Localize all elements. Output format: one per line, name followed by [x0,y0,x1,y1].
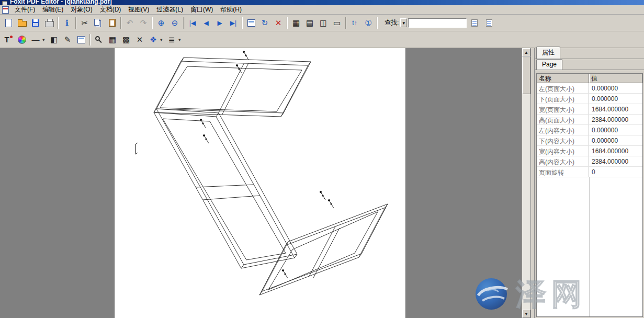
canvas-scrollbar[interactable]: ▲ ▼ [522,48,530,318]
fill-style-button[interactable]: ◧ [47,33,61,46]
pdf-page[interactable] [114,48,406,318]
last-page-icon: ▶| [230,19,236,27]
undo-button[interactable]: ↶ [123,16,137,29]
property-value[interactable]: 0.000000 [589,135,642,145]
property-row: 高(页面大小) 2384.000000 [537,115,642,125]
page-report-button[interactable] [244,16,258,29]
line-tool-button[interactable]: — [29,33,42,46]
find-input[interactable] [408,18,467,28]
property-value[interactable]: 2384.000000 [589,115,642,124]
align-tool-dropdown[interactable]: ▾ [178,37,183,42]
object-grid2-icon: ▩ [122,35,130,44]
zoom-select-button[interactable] [92,33,106,46]
find-next-icon [486,19,492,27]
property-name: 下(页面大小) [537,94,589,104]
color-wheel-button[interactable] [15,33,29,46]
property-value[interactable]: 2384.000000 [589,156,642,166]
report-icon [247,19,255,27]
info-circle-button[interactable]: ① [361,16,375,29]
open-button[interactable] [15,16,29,29]
line-tool-dropdown[interactable]: ▾ [42,37,47,42]
menu-help[interactable]: 帮助(H) [217,5,245,15]
prev-page-button[interactable]: ◀ [199,16,213,29]
find-dropdown[interactable]: ▾ [400,18,407,27]
separator [75,17,76,29]
edit-page-button[interactable] [74,33,88,46]
find-group: 查找: ▾ [385,16,496,29]
menu-object[interactable]: 对象(O) [67,5,96,15]
node-tool-button[interactable]: ❖ [146,33,160,46]
redo-button[interactable]: ↷ [137,16,150,29]
insert-text-icon: t↑ [352,19,357,27]
rotate-page-button[interactable]: ↻ [258,16,272,29]
text-caret [135,143,138,154]
layout-fit-icon: ▭ [333,18,341,28]
info-button[interactable]: ℹ [60,16,74,29]
menu-document[interactable]: 文档(D) [96,5,125,15]
tools-button[interactable]: ✕ [133,33,146,46]
menu-edit[interactable]: 编辑(E) [39,5,67,15]
pattern-button[interactable]: ▦ [289,16,303,29]
property-value[interactable]: 0.000000 [589,83,642,93]
layout-double-button[interactable]: ◫ [317,16,330,29]
object-grid2-button[interactable]: ▩ [119,33,133,46]
separator [287,17,288,29]
last-page-button[interactable]: ▶| [227,16,240,29]
find-next-button[interactable] [482,16,496,29]
zoom-out-icon: ⊖ [172,18,178,28]
separator [89,34,91,46]
copy-icon [94,19,99,26]
next-page-button[interactable]: ▶ [213,16,227,29]
canvas[interactable] [0,48,522,318]
paste-button[interactable] [105,16,119,29]
scrollbar-thumb[interactable] [522,56,530,94]
find-in-doc-button[interactable] [468,16,481,29]
print-button[interactable] [42,16,56,29]
panel-subtabstrip: Page [535,59,644,70]
cut-button[interactable]: ✂ [78,16,92,29]
tab-page[interactable]: Page [536,59,562,70]
property-row: 左(页面大小) 0.000000 [537,83,642,94]
new-button[interactable] [2,16,15,29]
tab-properties[interactable]: 属性 [536,47,560,59]
main-area: ▲ ▼ 属性 Page 名称 值 左(页面大小) 0.000000 下(页面大小… [0,48,644,318]
text-tool-button[interactable]: T [2,33,15,46]
layout-single-button[interactable]: ▤ [303,16,317,29]
property-value[interactable]: 1684.000000 [589,104,642,114]
property-name: 下(内容大小) [537,135,589,145]
zoom-in-button[interactable]: ⊕ [154,16,168,29]
properties-panel: 属性 Page 名称 值 左(页面大小) 0.000000 下(页面大小) 0.… [535,48,644,318]
property-value[interactable]: 1684.000000 [589,146,642,156]
layout-fit-button[interactable]: ▭ [330,16,344,29]
menu-window[interactable]: 窗口(W) [187,5,217,15]
menu-view[interactable]: 视图(V) [125,5,153,15]
first-page-button[interactable]: |◀ [186,16,199,29]
insert-text-button[interactable]: t↑ [348,16,361,29]
property-value[interactable]: 0 [589,167,642,177]
panel-splitter[interactable] [530,48,535,318]
scrollbar-track[interactable] [522,56,530,310]
new-doc-icon [5,19,12,27]
isometric-frame-drawing [115,48,406,318]
open-folder-icon [18,21,27,27]
copy-button[interactable] [92,16,105,29]
property-name: 高(内容大小) [537,156,589,166]
object-grid-button[interactable]: ▦ [106,33,119,46]
zoom-out-button[interactable]: ⊖ [168,16,182,29]
node-tool-dropdown[interactable]: ▾ [160,37,165,42]
property-grid-empty [537,177,642,316]
scroll-down-button[interactable]: ▼ [522,310,530,318]
menu-file[interactable]: 文件(F) [11,5,39,15]
property-value[interactable]: 0.000000 [589,125,642,135]
menu-filter[interactable]: 过滤器(L) [153,5,187,15]
scroll-up-button[interactable]: ▲ [522,48,530,56]
edit-object-button[interactable]: ✎ [61,33,74,46]
save-button[interactable] [29,16,42,29]
chevron-down-icon: ▾ [178,37,181,42]
align-tool-button[interactable]: ≣ [165,33,178,46]
property-value[interactable]: 0.000000 [589,94,642,104]
document-icon[interactable] [2,6,9,14]
delete-page-button[interactable]: ✕ [272,16,285,29]
separator [152,17,153,29]
separator [242,17,243,29]
